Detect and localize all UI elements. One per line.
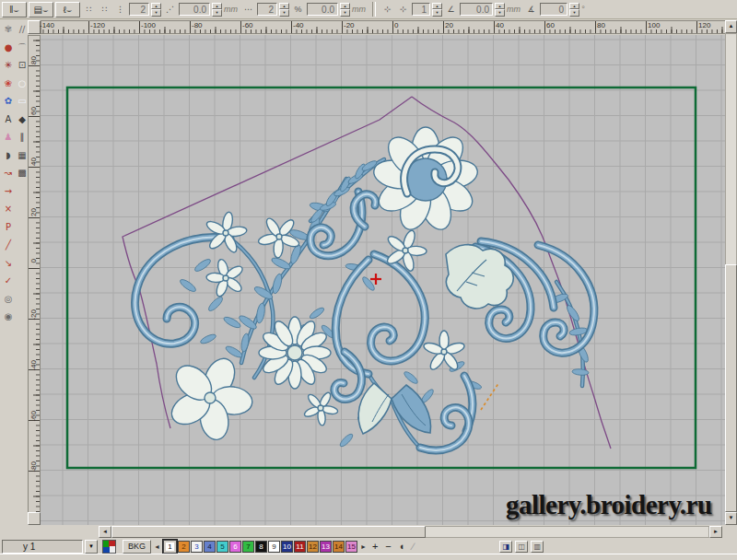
color-swatch-8[interactable]: 8 <box>255 541 267 553</box>
repeat-count-field[interactable]: 2 <box>129 3 149 16</box>
step-field[interactable]: 1 <box>412 3 430 16</box>
leaf <box>271 273 283 294</box>
leaf <box>255 302 266 323</box>
color-swatch-7[interactable]: 7 <box>242 541 254 553</box>
leaf <box>199 332 216 344</box>
run-stitch-button[interactable]: ‖⌣ <box>2 2 27 18</box>
view-artistic-icon[interactable]: ▥ <box>531 541 544 553</box>
vertical-ruler: 806040200-20-40-60-80 <box>28 35 41 524</box>
fruit-tool-icon[interactable]: ● <box>2 41 15 54</box>
color-swatch-5[interactable]: 5 <box>216 541 228 553</box>
layer-select-arrow-icon[interactable]: ▼ <box>85 540 98 554</box>
color-swatch-4[interactable]: 4 <box>204 541 216 553</box>
rotate-angle-icon: ∡ <box>524 5 538 14</box>
hatch-tool-icon[interactable]: ∕∕ <box>16 22 29 36</box>
left-tool-palette: ✾●✳❀✿A♟◗↝⇝×P╱↘✓◎◉∕∕⌒⊡○▭◆∥▦▩ <box>0 19 29 560</box>
motif-stitch-button[interactable]: ℓ⌣ <box>55 2 80 18</box>
ruler-label: 60 <box>546 21 555 29</box>
rectangle-tool-icon[interactable]: ▭ <box>16 94 29 108</box>
p-red-tool-icon[interactable]: P <box>2 220 15 234</box>
palette-chip-icon[interactable] <box>102 540 116 554</box>
embroidery-design[interactable] <box>135 127 594 450</box>
leaf <box>206 295 224 312</box>
photo-tool-icon[interactable]: ⊡ <box>16 58 29 72</box>
ruler-end-box <box>28 512 41 525</box>
flower-dark-tool-icon[interactable]: ✳ <box>2 58 15 72</box>
color-swatch-3[interactable]: 3 <box>191 541 203 553</box>
arrow-red-tool-icon[interactable]: ↘ <box>2 256 15 270</box>
ruler-label: 40 <box>496 21 504 29</box>
angle-unit: ° <box>581 5 585 14</box>
hscroll-right-button[interactable]: ► <box>709 526 722 538</box>
grid-dots-icon-a: ∷ <box>82 5 96 14</box>
leaf <box>309 306 325 321</box>
angle-spinner[interactable]: ▲▼ <box>569 3 579 17</box>
slash-red-tool-icon[interactable]: ╱ <box>2 238 15 251</box>
step-spinner[interactable]: ▲▼ <box>432 3 442 17</box>
vscroll-down-button[interactable]: ▼ <box>725 512 737 525</box>
view-stitch-icon[interactable]: ◫ <box>515 541 528 553</box>
run-count-field[interactable]: 2 <box>257 3 277 16</box>
cross-red-tool-icon[interactable]: × <box>2 202 15 216</box>
run-count-spinner[interactable]: ▲▼ <box>279 3 289 17</box>
repeat-count-spinner[interactable]: ▲▼ <box>151 3 161 17</box>
target-tool-icon[interactable]: ◉ <box>2 309 15 323</box>
wheel-icon[interactable]: ◖ <box>396 541 408 552</box>
ruler-label: 60 <box>29 107 38 115</box>
columns-tool-icon[interactable]: ∥ <box>16 130 29 144</box>
background-color-button[interactable]: BKG <box>123 540 151 554</box>
vscroll-thumb[interactable] <box>725 264 737 512</box>
lettering-tool-icon[interactable]: A <box>2 112 15 126</box>
color-swatch-15[interactable]: 15 <box>345 541 357 553</box>
top-toolbar: ‖⌣▤⌣ℓ⌣∷∷⋮2▲▼⋰0.0▲▼mm⋯2▲▼%0.0▲▼mm⊹⊹1▲▼∠0.… <box>0 0 737 19</box>
palette-scroll-right-icon[interactable]: ► <box>359 543 368 550</box>
leaf <box>193 257 213 273</box>
density-spinner[interactable]: ▲▼ <box>340 3 350 17</box>
flower-blue-tool-icon[interactable]: ✿ <box>2 94 15 108</box>
color-swatch-6[interactable]: 6 <box>229 541 241 553</box>
angle-field[interactable]: 0 <box>540 3 567 16</box>
color-swatch-9[interactable]: 9 <box>268 541 280 553</box>
ruler-label: -20 <box>344 21 355 29</box>
hscroll-left-button[interactable]: ◄ <box>99 526 111 538</box>
ruler-label: -120 <box>90 21 105 29</box>
satin-stitch-button[interactable]: ▤⌣ <box>29 2 53 18</box>
chain-tool-icon[interactable]: ◎ <box>2 292 15 306</box>
leaf-dark-tool-icon[interactable]: ◆ <box>16 112 29 126</box>
layer-select[interactable]: y 1 <box>2 540 83 554</box>
ruler-label: 0 <box>394 21 398 29</box>
color-swatch-12[interactable]: 12 <box>307 541 319 553</box>
stitch-length-field[interactable]: 0.0 <box>179 3 210 16</box>
ellipse-tool-icon[interactable]: ○ <box>16 76 29 90</box>
vscroll-up-button[interactable]: ▲ <box>725 20 737 33</box>
color-swatch-14[interactable]: 14 <box>333 541 345 553</box>
curve-tool-icon[interactable]: ⌒ <box>16 41 29 54</box>
density-field[interactable]: 0.0 <box>307 3 338 16</box>
curve-red-tool-icon[interactable]: ↝ <box>2 166 15 180</box>
hscroll-thumb[interactable] <box>111 526 426 538</box>
check-red-tool-icon[interactable]: ✓ <box>2 274 15 287</box>
stitch-length-spinner[interactable]: ▲▼ <box>212 3 222 17</box>
toolbar-separator <box>372 2 376 17</box>
design-canvas[interactable]: gallery.broidery.ru <box>41 35 725 525</box>
offset-spinner[interactable]: ▲▼ <box>495 3 505 17</box>
offset-field[interactable]: 0.0 <box>460 3 493 16</box>
color-swatch-13[interactable]: 13 <box>320 541 332 553</box>
knot-tool-icon[interactable]: ✾ <box>2 22 15 36</box>
add-color-button[interactable]: + <box>369 541 380 552</box>
color-swatch-1[interactable]: 1 <box>163 540 177 554</box>
color-swatch-10[interactable]: 10 <box>281 541 293 553</box>
palette-scroll-left-icon[interactable]: ◄ <box>153 543 161 550</box>
color-swatch-2[interactable]: 2 <box>178 541 190 553</box>
blob-tool-icon[interactable]: ◗ <box>2 148 15 162</box>
image-tool-icon[interactable]: ▦ <box>16 148 29 162</box>
node-line-tool-icon[interactable]: ⇝ <box>2 184 15 198</box>
flower-red-tool-icon[interactable]: ❀ <box>2 76 15 90</box>
figure-tool-icon[interactable]: ♟ <box>2 130 15 144</box>
color-swatch-11[interactable]: 11 <box>294 541 306 553</box>
remove-color-button[interactable]: − <box>382 541 393 552</box>
texture-tool-icon[interactable]: ▩ <box>16 166 29 180</box>
ruler-label: 100 <box>648 21 660 29</box>
stitch-length-unit: mm <box>224 5 238 14</box>
view-design-icon[interactable]: ◨ <box>499 541 512 553</box>
